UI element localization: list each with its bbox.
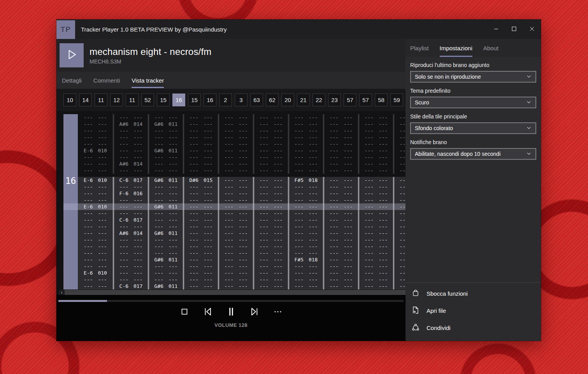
pattern-box[interactable]: 57 <box>359 94 372 106</box>
tracker-empty-cell: --- --- <box>288 283 323 289</box>
tracker-empty-cell: --- --- <box>358 276 393 283</box>
setting-dropdown[interactable]: Solo se non in riproduzione <box>410 71 536 83</box>
tracker-row-current: --- ------ ------ ------ ------ ------ -… <box>78 210 405 217</box>
tracker-empty-cell: --- --- <box>358 223 393 230</box>
setting-dropdown[interactable]: Abilitate, nascondi dopo 10 secondi <box>410 148 536 160</box>
pattern-box[interactable]: 57 <box>344 94 356 106</box>
tracker-empty-cell: --- --- <box>78 250 113 256</box>
pattern-box[interactable]: 14 <box>79 94 92 106</box>
pattern-box[interactable]: 15 <box>157 94 170 106</box>
tracker-empty-cell: --- --- <box>218 147 253 154</box>
pattern-box[interactable]: 21 <box>297 94 310 106</box>
tracker-empty-cell: --- --- <box>253 217 288 223</box>
setting-label: Stile della tile principale <box>410 113 536 120</box>
pattern-box[interactable]: 15 <box>188 94 201 106</box>
pattern-box[interactable]: 2 <box>219 94 232 106</box>
view-tab-dettagli[interactable]: Dettagli <box>62 72 82 89</box>
tracker-empty-cell: --- --- <box>113 183 148 190</box>
previous-button[interactable] <box>201 306 214 319</box>
titlebar[interactable]: TP Tracker Player 1.0 BETA PREVIEW by @P… <box>56 19 541 39</box>
app-window: TP Tracker Player 1.0 BETA PREVIEW by @P… <box>56 19 541 341</box>
tracker-horizontal-scrollbar[interactable]: ‹ <box>59 290 405 295</box>
tracker-empty-cell: --- --- <box>253 263 288 270</box>
view-tab-vista-tracker[interactable]: Vista tracker <box>132 72 164 89</box>
transport-bar: VOLUME 128 <box>56 295 405 341</box>
tracker-empty-cell: --- --- <box>393 161 405 167</box>
pattern-box[interactable]: 23 <box>328 94 341 106</box>
pattern-box[interactable]: 11 <box>95 94 107 106</box>
tracker-row-previous: --- ------ ------ ------ ------ ------ -… <box>78 134 405 141</box>
setting-dropdown[interactable]: Sfondo colorato <box>410 122 536 134</box>
pattern-box[interactable]: 52 <box>141 94 154 106</box>
tracker-empty-cell: --- --- <box>358 190 393 197</box>
tracker-empty-cell: --- --- <box>358 167 393 174</box>
pattern-box[interactable]: 59 <box>390 94 403 106</box>
tracker-empty-cell: --- --- <box>358 210 393 217</box>
pattern-box[interactable]: 63 <box>250 94 263 106</box>
setting-dropdown[interactable]: Scuro <box>410 97 536 108</box>
tracker-empty-cell: --- --- <box>358 147 393 154</box>
pattern-box[interactable]: 12 <box>110 94 123 106</box>
scrollbar-track[interactable] <box>65 290 405 295</box>
tracker-empty-cell: --- --- <box>183 167 218 174</box>
tracker-empty-cell: --- --- <box>288 141 323 147</box>
tracker-empty-cell: --- --- <box>253 121 288 127</box>
tracker-empty-cell: --- --- <box>218 121 253 127</box>
scroll-left-icon[interactable]: ‹ <box>59 290 65 295</box>
tracker-empty-cell: --- --- <box>183 127 218 134</box>
action-sbocca-funzioni[interactable]: Sbocca funzioni <box>405 285 541 302</box>
tracker-empty-cell: --- --- <box>113 276 148 283</box>
tracker-empty-cell: --- --- <box>78 121 113 127</box>
tracker-empty-cell: --- --- <box>253 197 288 203</box>
tracker-empty-cell: --- --- <box>78 236 113 243</box>
tracker-empty-cell: --- --- <box>323 263 358 270</box>
tracker-empty-cell: --- --- <box>288 263 323 270</box>
next-button[interactable] <box>248 306 261 319</box>
close-button[interactable] <box>523 19 541 39</box>
tracker-empty-cell: --- --- <box>358 177 393 183</box>
maximize-icon <box>512 26 516 33</box>
side-tab-impostazioni[interactable]: Impostazioni <box>440 39 472 57</box>
view-tab-commenti[interactable]: Commenti <box>93 72 120 89</box>
chevron-down-icon <box>526 74 532 80</box>
tracker-empty-cell: --- --- <box>183 190 218 197</box>
pattern-box[interactable]: 20 <box>281 94 294 106</box>
tracker-empty-cell: --- --- <box>358 243 393 250</box>
action-condividi[interactable]: Condividi <box>405 319 541 336</box>
action-apri-file[interactable]: Apri file <box>405 302 541 319</box>
tracker-row-previous: --- ---A#6 014G#6 011--- ------ ------ -… <box>78 121 405 127</box>
tracker-empty-cell: --- --- <box>253 154 288 161</box>
more-button[interactable] <box>271 306 284 319</box>
tracker-empty-cell: --- --- <box>393 243 405 250</box>
tracker-empty-cell: --- --- <box>393 147 405 154</box>
pattern-box[interactable]: 3 <box>235 94 247 106</box>
pattern-box[interactable]: 58 <box>375 94 388 106</box>
maximize-button[interactable] <box>505 19 523 39</box>
play-tile[interactable] <box>60 43 84 67</box>
tracker-empty-cell: --- --- <box>253 223 288 230</box>
stop-button[interactable] <box>178 306 191 319</box>
pattern-box[interactable]: 10 <box>63 94 76 106</box>
minimize-button[interactable] <box>487 19 505 39</box>
tracker-empty-cell: --- --- <box>148 223 183 230</box>
pattern-box-selected[interactable]: 16 <box>172 94 185 106</box>
pause-button[interactable] <box>225 306 238 319</box>
pattern-box[interactable]: 16 <box>204 94 216 106</box>
tracker-row-current: --- ------ ---G#6 011--- ------ ------ -… <box>78 256 405 263</box>
app-logo: TP <box>56 20 75 39</box>
side-tab-playlist[interactable]: Playlist <box>410 39 429 57</box>
side-tab-about[interactable]: About <box>483 39 498 57</box>
volume-label: VOLUME 128 <box>56 322 405 328</box>
playback-progress-bar[interactable] <box>58 300 404 302</box>
tracker-empty-cell: --- --- <box>78 114 113 121</box>
tracker-empty-cell: --- --- <box>393 256 405 263</box>
pattern-box[interactable]: 11 <box>126 94 139 106</box>
tracker-empty-cell: --- --- <box>358 283 393 289</box>
tracker-empty-cell: --- --- <box>78 161 113 167</box>
pattern-box[interactable]: 22 <box>312 94 325 106</box>
pattern-box[interactable]: 62 <box>266 94 279 106</box>
tracker-row-previous: --- ------ ------ ------ ------ ------ -… <box>78 154 405 161</box>
tracker-empty-cell: --- --- <box>253 127 288 134</box>
tracker-empty-cell: --- --- <box>253 147 288 154</box>
tracker-empty-cell: --- --- <box>288 243 323 250</box>
